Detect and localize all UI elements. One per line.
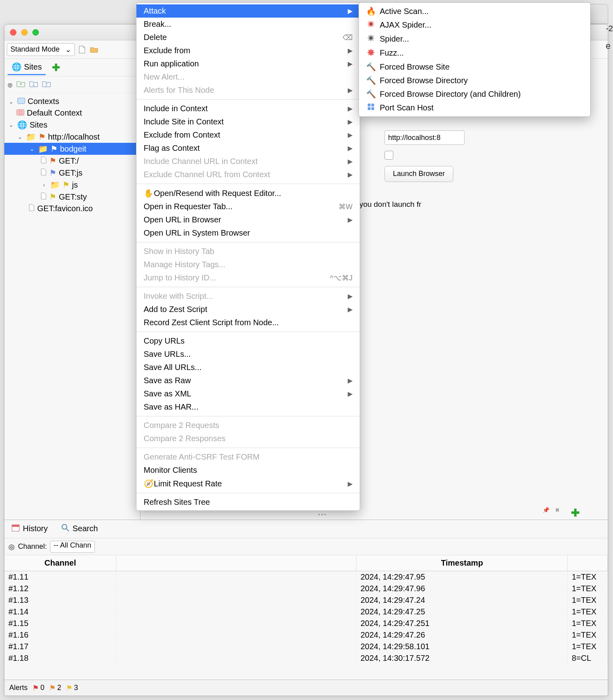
tree-js-folder[interactable]: › 📁 ⚑ js bbox=[4, 179, 140, 191]
minimize-window-icon[interactable] bbox=[21, 29, 28, 36]
close-window-icon[interactable] bbox=[10, 29, 16, 36]
new-session-icon[interactable] bbox=[77, 45, 87, 54]
expand-arrow-icon[interactable]: › bbox=[40, 182, 48, 188]
menu-copy-urls[interactable]: Copy URLs bbox=[136, 334, 360, 348]
tab-sites-label: Sites bbox=[24, 62, 42, 72]
alerts-high[interactable]: ⚑ 0 bbox=[32, 684, 44, 692]
expand-arrow-icon[interactable]: ⌄ bbox=[8, 98, 15, 105]
tree-sites-root[interactable]: ⌄ 🌐 Sites bbox=[4, 119, 140, 131]
launch-browser-button[interactable]: Launch Browser bbox=[385, 166, 453, 182]
menu-label: Limit Request Rate bbox=[154, 479, 222, 488]
submenu-ajax-spider[interactable]: AJAX Spider... bbox=[359, 18, 590, 32]
submenu-port-scan[interactable]: Port Scan Host bbox=[359, 101, 590, 115]
menu-open-url-browser[interactable]: Open URL in Browser ▶ bbox=[136, 213, 360, 226]
close-icon[interactable]: ✖ bbox=[555, 507, 560, 513]
menu-run-application[interactable]: Run application ▶ bbox=[136, 57, 360, 70]
export-icon[interactable] bbox=[42, 80, 51, 89]
alerts-high-count: 0 bbox=[40, 684, 44, 692]
context-menu[interactable]: Attack ▶ Break... Delete ⌫ Exclude from … bbox=[136, 2, 360, 511]
tree-default-context[interactable]: Default Context bbox=[4, 107, 140, 119]
search-icon bbox=[61, 524, 69, 534]
menu-break[interactable]: Break... bbox=[136, 18, 360, 31]
col-channel-header[interactable]: Channel bbox=[4, 555, 116, 571]
channel-select[interactable]: -- All Chann bbox=[50, 541, 95, 553]
menu-exclude-from[interactable]: Exclude from ▶ bbox=[136, 44, 360, 57]
menu-include-in-context[interactable]: Include in Context ▶ bbox=[136, 102, 360, 115]
menu-limit-request-rate[interactable]: 🧭 Limit Request Rate ▶ bbox=[136, 477, 360, 490]
menu-flag-as-context[interactable]: Flag as Context ▶ bbox=[136, 142, 360, 155]
import-icon[interactable] bbox=[29, 80, 38, 89]
table-row[interactable]: #1.112024, 14:29:47.951=TEX bbox=[4, 571, 608, 583]
table-row[interactable]: #1.162024, 14:29:47.261=TEX bbox=[4, 629, 608, 641]
add-bottom-tab-button[interactable]: ✚ bbox=[571, 507, 580, 519]
submenu-arrow-icon: ▶ bbox=[348, 216, 353, 224]
submenu-active-scan[interactable]: 🔥 Active Scan... bbox=[359, 4, 590, 18]
menu-attack-label: Attack bbox=[144, 6, 166, 16]
url-to-explore-input[interactable] bbox=[385, 130, 465, 145]
pin-close-icons[interactable]: 📌 ✖ bbox=[543, 507, 560, 513]
submenu-forced-browse-directory[interactable]: 🔨 Forced Browse Directory bbox=[359, 74, 590, 87]
alerts-medium[interactable]: ⚑ 2 bbox=[49, 684, 61, 692]
submenu-fuzz[interactable]: Fuzz... bbox=[359, 46, 590, 60]
menu-open-resend[interactable]: ✋ Open/Resend with Request Editor... bbox=[136, 186, 360, 200]
menu-open-url-system-browser[interactable]: Open URL in System Browser bbox=[136, 226, 360, 240]
table-row[interactable]: #1.132024, 14:29:47.241=TEX bbox=[4, 594, 608, 606]
menu-save-xml[interactable]: Save as XML ▶ bbox=[136, 387, 360, 400]
tree-label: http://localhost bbox=[48, 132, 100, 142]
submenu-arrow-icon: ▶ bbox=[348, 171, 353, 178]
tab-history[interactable]: History bbox=[8, 521, 51, 537]
tab-search[interactable]: Search bbox=[58, 521, 101, 537]
menu-include-site-in-context[interactable]: Include Site in Context ▶ bbox=[136, 115, 360, 128]
submenu-forced-browse-directory-children[interactable]: 🔨 Forced Browse Directory (and Children) bbox=[359, 87, 590, 101]
tree-get-root[interactable]: ⚑ GET:/ bbox=[4, 155, 140, 167]
alerts-low[interactable]: ⚑ 3 bbox=[66, 684, 78, 692]
table-row[interactable]: #1.182024, 14:30:17.5728=CL bbox=[4, 652, 608, 664]
tree-contexts[interactable]: ⌄ Contexts bbox=[4, 96, 140, 107]
enable-hud-checkbox[interactable] bbox=[385, 151, 393, 160]
svg-point-8 bbox=[369, 36, 373, 40]
menu-save-all-urls[interactable]: Save All URLs... bbox=[136, 361, 360, 374]
table-row[interactable]: #1.172024, 14:29:58.1011=TEX bbox=[4, 641, 608, 652]
tab-history-label: History bbox=[23, 524, 48, 533]
table-row[interactable]: #1.122024, 14:29:47.961=TEX bbox=[4, 583, 608, 594]
maximize-window-icon[interactable] bbox=[32, 29, 39, 36]
menu-save-raw[interactable]: Save as Raw ▶ bbox=[136, 374, 360, 387]
menu-refresh-sites-tree[interactable]: Refresh Sites Tree bbox=[136, 496, 360, 509]
open-session-icon[interactable] bbox=[89, 45, 99, 54]
submenu-spider[interactable]: Spider... bbox=[359, 32, 590, 46]
menu-label: Delete bbox=[144, 33, 167, 42]
menu-delete[interactable]: Delete ⌫ bbox=[136, 31, 360, 44]
events-table[interactable]: Channel Timestamp #1.112024, 14:29:47.95… bbox=[4, 555, 608, 664]
tree-get-sty[interactable]: ⚑ GET:sty bbox=[4, 191, 140, 203]
menu-exclude-from-context[interactable]: Exclude from Context ▶ bbox=[136, 128, 360, 142]
menu-monitor-clients[interactable]: Monitor Clients bbox=[136, 464, 360, 477]
tree-host[interactable]: ⌄ 📁 ⚑ http://localhost bbox=[4, 131, 140, 143]
menu-attack[interactable]: Attack ▶ bbox=[136, 4, 360, 18]
expand-arrow-icon[interactable]: ⌄ bbox=[28, 146, 36, 152]
attack-submenu[interactable]: 🔥 Active Scan... AJAX Spider... Spider..… bbox=[359, 2, 591, 117]
menu-save-har[interactable]: Save as HAR... bbox=[136, 400, 360, 414]
cell-channel: #1.11 bbox=[4, 572, 116, 582]
mode-select[interactable]: Standard Mode ⌄ bbox=[7, 43, 75, 56]
menu-open-requester-tab[interactable]: Open in Requester Tab... ⌘W bbox=[136, 200, 360, 213]
submenu-forced-browse-site[interactable]: 🔨 Forced Browse Site bbox=[359, 60, 590, 74]
tab-sites[interactable]: 🌐 Sites bbox=[8, 60, 46, 75]
menu-save-urls[interactable]: Save URLs... bbox=[136, 348, 360, 361]
tree-get-js[interactable]: ⚑ GET:js bbox=[4, 167, 140, 179]
menu-record-zest[interactable]: Record Zest Client Script from Node... bbox=[136, 316, 360, 329]
pin-icon[interactable]: 📌 bbox=[543, 507, 549, 513]
menu-compare-requests: Compare 2 Requests bbox=[136, 419, 360, 432]
table-row[interactable]: #1.152024, 14:29:47.2511=TEX bbox=[4, 618, 608, 629]
col-timestamp-header[interactable]: Timestamp bbox=[357, 555, 568, 571]
submenu-arrow-icon: ▶ bbox=[348, 105, 353, 112]
tree-get-favicon[interactable]: GET:favicon.ico bbox=[4, 203, 140, 214]
target-icon[interactable]: ◎ bbox=[8, 82, 12, 88]
table-row[interactable]: #1.142024, 14:29:47.251=TEX bbox=[4, 606, 608, 618]
expand-arrow-icon[interactable]: ⌄ bbox=[16, 134, 24, 140]
expand-arrow-icon[interactable]: ⌄ bbox=[8, 122, 15, 128]
add-folder-icon[interactable] bbox=[16, 80, 25, 89]
add-tab-button[interactable]: ✚ bbox=[52, 62, 60, 73]
menu-add-zest[interactable]: Add to Zest Script ▶ bbox=[136, 303, 360, 316]
target-icon[interactable]: ◎ bbox=[8, 542, 15, 551]
tree-bodgeit[interactable]: ⌄ 📁 ⚑ bodgeit bbox=[4, 143, 140, 155]
